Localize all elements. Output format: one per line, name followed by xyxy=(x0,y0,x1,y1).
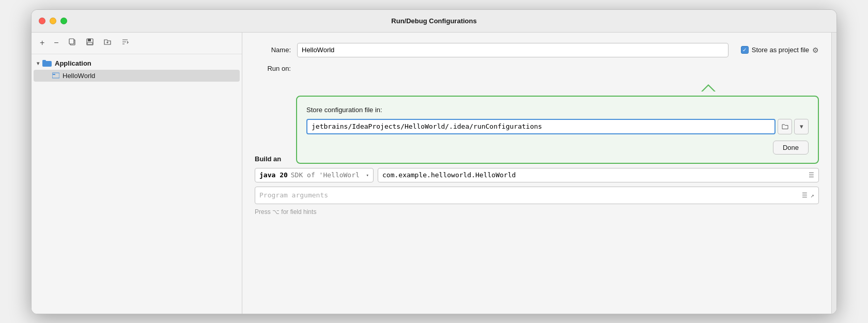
chevron-down-icon: ▾ xyxy=(366,173,369,178)
done-button[interactable]: Done xyxy=(773,141,809,155)
sdk-suffix: SDK of 'HelloWorl xyxy=(291,171,360,179)
svg-rect-3 xyxy=(88,39,91,41)
new-folder-button[interactable] xyxy=(101,37,114,49)
tree-item-label: HelloWorld xyxy=(63,72,95,80)
svg-rect-12 xyxy=(52,73,59,78)
svg-rect-13 xyxy=(53,74,55,75)
main-window: Run/Debug Configurations + − xyxy=(31,9,837,314)
build-row: java 20 SDK of 'HelloWorl ▾ com.example.… xyxy=(255,168,819,182)
popup-input-row: ▾ xyxy=(306,119,809,134)
tree-group-header-application[interactable]: ▾ Application xyxy=(32,57,242,69)
maximize-button[interactable] xyxy=(60,18,67,24)
store-project-checkbox[interactable]: ✓ xyxy=(741,46,749,54)
sdk-dropdown[interactable]: java 20 SDK of 'HelloWorl ▾ xyxy=(255,168,374,182)
titlebar: Run/Debug Configurations xyxy=(32,10,836,33)
copy-icon xyxy=(68,38,76,46)
close-button[interactable] xyxy=(39,18,45,24)
sort-button[interactable] xyxy=(119,37,131,49)
program-args-placeholder: Program arguments xyxy=(259,191,328,199)
run-on-label: Run on: xyxy=(255,65,291,72)
run-on-row: Run on: Store configuration file in: xyxy=(255,65,819,72)
content-area: Name: ✓ Store as project file ⚙ Run on: … xyxy=(242,33,831,314)
tree-group-label: Application xyxy=(55,59,91,67)
tree-group-application: ▾ Application HelloWorld xyxy=(32,57,242,82)
main-area: + − xyxy=(32,33,836,314)
sidebar-tree: ▾ Application HelloWorld xyxy=(32,54,242,314)
tree-item-helloworld[interactable]: HelloWorld xyxy=(34,70,240,82)
folder-icon xyxy=(42,59,52,67)
fullscreen-icon[interactable]: ↗ xyxy=(811,192,814,199)
new-folder-icon xyxy=(103,38,112,46)
store-project-label: Store as project file xyxy=(752,46,809,54)
main-class-value: com.example.helloworld.HelloWorld xyxy=(382,171,516,179)
file-icon xyxy=(52,72,59,79)
program-args-row: Program arguments ☰ ↗ xyxy=(255,187,819,204)
build-section: Build an java 20 SDK of 'HelloWorl ▾ com… xyxy=(255,155,819,216)
save-config-button[interactable] xyxy=(84,37,96,49)
window-title: Run/Debug Configurations xyxy=(391,17,476,25)
scrollbar[interactable] xyxy=(831,33,836,314)
name-label: Name: xyxy=(255,46,291,54)
popup-title: Store configuration file in: xyxy=(306,106,809,114)
config-path-input[interactable] xyxy=(306,119,776,134)
dropdown-button[interactable]: ▾ xyxy=(794,119,809,134)
svg-rect-4 xyxy=(87,42,92,44)
traffic-lights xyxy=(39,18,67,24)
popup-footer: Done xyxy=(306,141,809,155)
program-args-field[interactable]: Program arguments ☰ ↗ xyxy=(255,187,819,204)
add-config-button[interactable]: + xyxy=(38,37,47,49)
remove-config-button[interactable]: − xyxy=(52,37,60,49)
field-hint: Press ⌥ for field hints xyxy=(255,208,819,216)
store-config-popup: Store configuration file in: ▾ xyxy=(296,90,819,164)
sort-icon xyxy=(121,38,129,46)
main-class-field[interactable]: com.example.helloworld.HelloWorld ☰ xyxy=(378,168,819,182)
svg-rect-11 xyxy=(42,60,46,62)
folder-browse-icon xyxy=(782,124,788,130)
expand-text-icon[interactable]: ☰ xyxy=(802,192,808,199)
sidebar-toolbar: + − xyxy=(32,33,242,54)
name-input[interactable] xyxy=(297,43,729,57)
popup-arrow-inner xyxy=(702,86,715,92)
chevron-down-icon: ▾ xyxy=(800,122,803,130)
sidebar: + − xyxy=(32,33,242,314)
svg-rect-1 xyxy=(69,39,74,44)
save-icon xyxy=(86,38,94,46)
field-action-icons: ☰ ↗ xyxy=(802,192,814,199)
copy-config-button[interactable] xyxy=(66,37,79,49)
minimize-button[interactable] xyxy=(50,18,56,24)
store-project-row: ✓ Store as project file ⚙ xyxy=(741,46,819,54)
chevron-down-icon: ▾ xyxy=(37,60,39,66)
gear-icon[interactable]: ⚙ xyxy=(812,46,819,54)
browse-class-button[interactable]: ☰ xyxy=(809,172,814,179)
name-row: Name: ✓ Store as project file ⚙ xyxy=(255,43,819,57)
sdk-version: java 20 xyxy=(259,171,288,179)
popup-box: Store configuration file in: ▾ xyxy=(296,96,819,164)
browse-folder-button[interactable] xyxy=(778,119,792,134)
